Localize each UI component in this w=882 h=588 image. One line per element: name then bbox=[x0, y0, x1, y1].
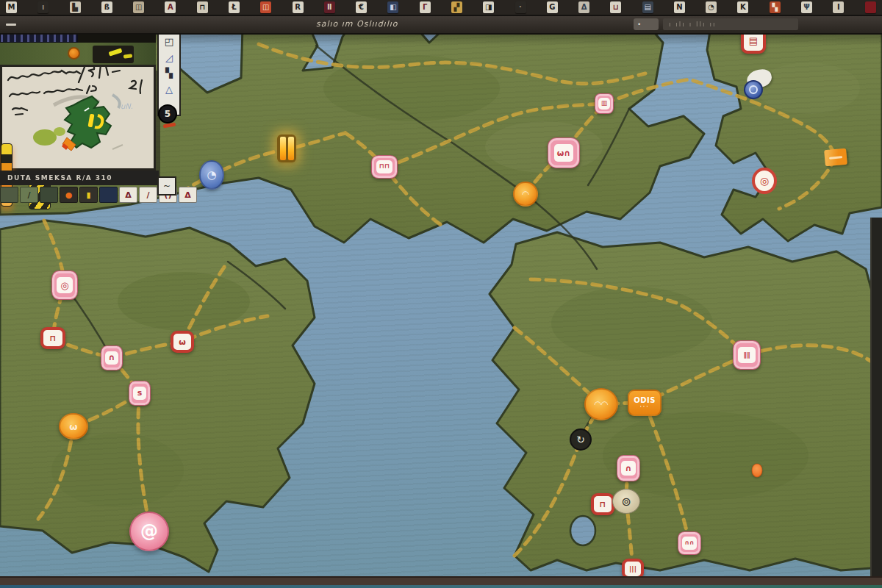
map-marker-depot[interactable]: ODIS··· bbox=[628, 390, 662, 416]
marker-glyph: ∩ bbox=[621, 461, 635, 476]
pencil-swirl bbox=[112, 95, 120, 108]
menu-title-text: salıo ım Oslııdılıo bbox=[316, 19, 398, 29]
panel-side-toolbar: ◰◿▚△▂ bbox=[157, 31, 181, 116]
toolbar-icon[interactable]: A bbox=[165, 1, 176, 13]
minimap-island bbox=[65, 96, 111, 148]
menu-bar: salıo ım Oslııdılıo • ı ılı ı llı ıı bbox=[0, 16, 882, 35]
toolbar-icon[interactable]: ⊓ bbox=[197, 1, 208, 13]
map-marker-shrine[interactable]: ∥∥ bbox=[733, 340, 761, 370]
side-tool-icon[interactable]: ▚ bbox=[165, 68, 173, 78]
panel-action-tile[interactable] bbox=[99, 187, 118, 203]
bottom-water-strip bbox=[0, 585, 882, 588]
toolbar-icon[interactable] bbox=[865, 1, 876, 13]
map-marker-lantern[interactable] bbox=[277, 135, 296, 162]
toolbar-icon[interactable]: · bbox=[515, 1, 526, 13]
panel-status-bar: DUTA SMEKSA R/A 310 bbox=[0, 171, 159, 185]
map-marker-fort[interactable]: ⊓ bbox=[40, 327, 65, 349]
map-marker-camp-large[interactable]: ◠◠ bbox=[584, 388, 618, 420]
panel-action-tile[interactable] bbox=[0, 187, 18, 203]
map-marker-camp[interactable]: ◠ bbox=[513, 182, 538, 207]
bottom-frame-bar bbox=[0, 576, 882, 588]
icon-toolbar: Mı▙ß◫A⊓Ł◫RⅡ€◧Γ▞◨·GΔ⊔▤N◔K▚ΨⅠ bbox=[0, 0, 882, 16]
marker-glyph: ▥ bbox=[598, 98, 609, 109]
toolbar-icon[interactable]: K bbox=[737, 1, 748, 13]
map-marker-shrine[interactable]: ∩∩ bbox=[678, 531, 701, 555]
toolbar-icon[interactable]: ß bbox=[101, 1, 112, 13]
toolbar-icon[interactable]: ◧ bbox=[387, 1, 398, 13]
map-marker-fort[interactable]: ⊓ bbox=[591, 493, 614, 515]
watermark-text: uN. bbox=[121, 102, 133, 110]
map-marker-waypoint[interactable]: ↻ bbox=[570, 429, 592, 451]
panel-action-tile[interactable]: ● bbox=[60, 187, 78, 203]
map-marker-ring-post[interactable]: ◎ bbox=[752, 168, 777, 194]
menu-left-mark bbox=[6, 24, 16, 26]
toolbar-icon[interactable]: ▙ bbox=[70, 1, 81, 13]
minimap-panel: uN. DUTA SMEKSA R/A 310 / ●▮ Δ/()Δ ◰◿▚△▂… bbox=[0, 31, 185, 207]
minimap-drawing bbox=[2, 67, 154, 168]
map-marker-spiral-town[interactable]: @ bbox=[129, 512, 169, 551]
map-marker-blue-harbor[interactable]: ◔ bbox=[199, 160, 224, 190]
map-marker-ruin[interactable]: ⊚ bbox=[612, 489, 640, 514]
panel-action-tile[interactable]: Δ bbox=[179, 187, 197, 203]
panel-action-tile[interactable]: Δ bbox=[119, 187, 137, 203]
marker-glyph: s bbox=[133, 387, 146, 401]
map-marker-shrine[interactable]: ω∩ bbox=[548, 137, 580, 168]
note-tool-tile[interactable]: ~ bbox=[157, 176, 176, 196]
toolbar-icon[interactable]: Ł bbox=[229, 1, 240, 13]
toolbar-icon[interactable]: Δ bbox=[578, 1, 589, 13]
map-marker-shrine[interactable]: ∩ bbox=[101, 345, 123, 370]
toolbar-icon[interactable]: R bbox=[293, 1, 304, 13]
panel-action-tile[interactable]: ▮ bbox=[79, 187, 98, 203]
toolbar-icon[interactable]: ◫ bbox=[260, 1, 271, 13]
toolbar-icon[interactable]: M bbox=[6, 1, 17, 13]
menu-dash-field[interactable]: ı ılı ı llı ıı bbox=[663, 18, 798, 30]
toolbar-icon[interactable]: ▚ bbox=[770, 1, 781, 13]
marker-glyph: ω∩ bbox=[554, 144, 574, 161]
zoom-level-badge[interactable]: 5 bbox=[158, 104, 177, 123]
map-marker-shrine[interactable]: ◎ bbox=[51, 270, 78, 300]
marker-sublabel: ··· bbox=[640, 404, 650, 409]
right-frame-bar bbox=[870, 218, 882, 579]
map-marker-fort[interactable]: ω bbox=[171, 331, 194, 353]
toolbar-icon[interactable]: Ⅱ bbox=[324, 1, 335, 13]
map-marker-shrine[interactable]: ∩ bbox=[617, 455, 640, 481]
minimap-light-blob bbox=[33, 129, 57, 146]
side-tool-icon[interactable]: ◰ bbox=[165, 37, 173, 46]
toolbar-icon[interactable]: ◨ bbox=[483, 1, 494, 13]
toolbar-icon[interactable]: ı bbox=[37, 1, 49, 13]
map-marker-camp[interactable]: ω bbox=[59, 413, 88, 440]
minimap-body[interactable]: uN. bbox=[0, 65, 156, 171]
marker-glyph: ∥∥ bbox=[738, 347, 755, 363]
minimap-light-blob bbox=[54, 127, 65, 136]
panel-action-tile[interactable]: / bbox=[20, 187, 38, 203]
toolbar-icon[interactable]: ▞ bbox=[451, 1, 462, 13]
map-marker-harbor-blob[interactable] bbox=[744, 71, 773, 98]
toolbar-icon[interactable]: ◫ bbox=[133, 1, 144, 13]
toolbar-icon[interactable]: G bbox=[547, 1, 558, 13]
toolbar-icon[interactable]: Ψ bbox=[801, 1, 812, 13]
toolbar-icon[interactable]: Ⅰ bbox=[833, 1, 844, 13]
map-marker-shrine[interactable]: ⊓⊓ bbox=[371, 155, 398, 179]
map-marker-shrine-small[interactable]: ▥ bbox=[595, 93, 614, 114]
map-application-window: ◔⊓⊓◠ω∩▥▤◎◎⊓∩ωsω@◠◠ODIS···↻∩⊓⊚∩∩|||∥∥ bbox=[0, 0, 882, 588]
toolbar-icon[interactable]: ▤ bbox=[642, 1, 653, 13]
marker-glyph: ◎ bbox=[57, 277, 73, 293]
map-marker-flag[interactable] bbox=[824, 148, 847, 167]
menu-dot-button[interactable]: • bbox=[634, 18, 659, 30]
toolbar-icon[interactable]: ◔ bbox=[706, 1, 717, 13]
side-tool-icon[interactable]: ◿ bbox=[165, 53, 173, 62]
marker-glyph: ∩∩ bbox=[682, 537, 696, 549]
toolbar-icon[interactable]: N bbox=[674, 1, 685, 13]
side-tool-icon[interactable]: △ bbox=[165, 85, 173, 94]
toolbar-icon[interactable]: ⊔ bbox=[610, 1, 621, 13]
toolbar-icon[interactable]: Γ bbox=[420, 1, 431, 13]
toolbar-icon[interactable]: € bbox=[356, 1, 367, 13]
map-marker-shrine[interactable]: s bbox=[129, 381, 151, 406]
map-marker-small-node[interactable] bbox=[752, 464, 763, 478]
red-dash-mark bbox=[163, 123, 176, 129]
panel-action-tile[interactable] bbox=[40, 187, 58, 203]
orange-badge-icon[interactable] bbox=[68, 47, 80, 60]
panel-action-tile[interactable]: / bbox=[139, 187, 157, 203]
blue-ring bbox=[744, 80, 763, 99]
marker-glyph: ∩ bbox=[105, 351, 118, 365]
